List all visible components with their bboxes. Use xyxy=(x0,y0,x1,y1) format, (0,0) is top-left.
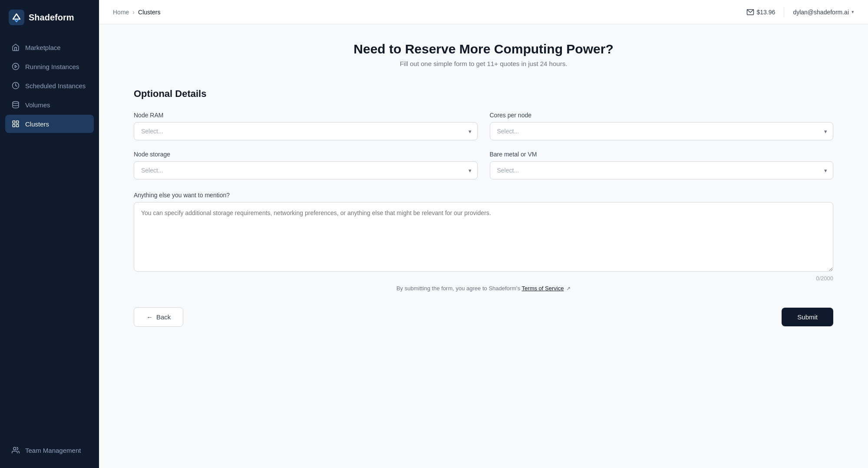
sidebar-bottom: Team Management xyxy=(0,436,99,468)
terms-prefix: By submitting the form, you agree to Sha… xyxy=(396,285,520,292)
form-section: Optional Details Node RAM Select... ▾ Co… xyxy=(134,88,833,327)
svg-marker-2 xyxy=(15,65,17,68)
submit-button[interactable]: Submit xyxy=(782,308,833,326)
svg-point-4 xyxy=(13,102,19,104)
sidebar-item-running-instances[interactable]: Running Instances xyxy=(5,57,94,76)
bare-metal-vm-field: Bare metal or VM Select... ▾ xyxy=(490,151,834,179)
svg-rect-8 xyxy=(17,125,19,127)
form-section-title: Optional Details xyxy=(134,88,833,100)
sidebar-label-marketplace: Marketplace xyxy=(25,44,61,51)
node-ram-label: Node RAM xyxy=(134,112,478,119)
textarea-counter: 0/2000 xyxy=(134,275,833,282)
node-storage-select-wrapper: Select... ▾ xyxy=(134,161,478,179)
additional-notes-textarea[interactable] xyxy=(134,202,833,272)
sidebar-label-running-instances: Running Instances xyxy=(25,63,79,70)
nav-items: Marketplace Running Instances Scheduled … xyxy=(0,35,99,436)
additional-notes-label: Anything else you want to mention? xyxy=(134,192,833,199)
terms-text: By submitting the form, you agree to Sha… xyxy=(134,285,833,292)
additional-notes-wrapper: Anything else you want to mention? 0/200… xyxy=(134,192,833,282)
cores-per-node-field: Cores per node Select... ▾ xyxy=(490,112,834,140)
play-circle-icon xyxy=(11,62,20,71)
chevron-down-icon: ▾ xyxy=(851,9,854,15)
breadcrumb-home[interactable]: Home xyxy=(113,9,129,16)
node-ram-field: Node RAM Select... ▾ xyxy=(134,112,478,140)
form-grid: Node RAM Select... ▾ Cores per node Sele… xyxy=(134,112,833,179)
node-storage-select[interactable]: Select... xyxy=(134,161,478,179)
bare-metal-vm-label: Bare metal or VM xyxy=(490,151,834,158)
main-content: Home › Clusters $13.96 dylan@shadeform.a… xyxy=(99,0,868,468)
node-storage-field: Node storage Select... ▾ xyxy=(134,151,478,179)
sidebar-label-volumes: Volumes xyxy=(25,101,50,109)
breadcrumb-separator: › xyxy=(132,9,135,16)
clock-icon xyxy=(11,81,20,90)
sidebar-item-volumes[interactable]: Volumes xyxy=(5,96,94,114)
submit-button-label: Submit xyxy=(797,313,818,321)
back-button-label: Back xyxy=(156,313,171,321)
user-menu[interactable]: dylan@shadeform.ai ▾ xyxy=(793,9,854,16)
breadcrumb-current: Clusters xyxy=(138,9,160,16)
svg-rect-5 xyxy=(13,121,15,123)
balance-amount: $13.96 xyxy=(757,9,776,16)
sidebar-item-clusters[interactable]: Clusters xyxy=(5,115,94,133)
users-icon xyxy=(11,446,20,455)
sidebar-label-team-management: Team Management xyxy=(25,447,81,454)
sidebar-item-scheduled-instances[interactable]: Scheduled Instances xyxy=(5,76,94,95)
header-right: $13.96 dylan@shadeform.ai ▾ xyxy=(746,7,854,17)
page-title: Need to Reserve More Computing Power? xyxy=(134,42,833,56)
cores-per-node-select[interactable]: Select... xyxy=(490,122,834,140)
back-arrow-icon: ← xyxy=(146,313,153,321)
breadcrumb: Home › Clusters xyxy=(113,9,160,16)
database-icon xyxy=(11,100,20,109)
svg-point-9 xyxy=(13,447,16,450)
sidebar-item-team-management[interactable]: Team Management xyxy=(5,441,94,459)
node-ram-select-wrapper: Select... ▾ xyxy=(134,122,478,140)
bare-metal-vm-select-wrapper: Select... ▾ xyxy=(490,161,834,179)
user-email: dylan@shadeform.ai xyxy=(793,9,849,16)
bare-metal-vm-select[interactable]: Select... xyxy=(490,161,834,179)
svg-rect-0 xyxy=(9,10,24,25)
cores-per-node-select-wrapper: Select... ▾ xyxy=(490,122,834,140)
header-divider xyxy=(784,7,784,17)
sidebar-item-marketplace[interactable]: Marketplace xyxy=(5,38,94,56)
header: Home › Clusters $13.96 dylan@shadeform.a… xyxy=(99,0,868,24)
external-link-icon: ↗ xyxy=(566,285,571,292)
svg-rect-6 xyxy=(17,121,19,123)
balance-display: $13.96 xyxy=(746,8,776,16)
node-ram-select[interactable]: Select... xyxy=(134,122,478,140)
page-header: Need to Reserve More Computing Power? Fi… xyxy=(134,42,833,67)
mail-icon xyxy=(746,8,754,16)
grid-icon xyxy=(11,119,20,128)
sidebar: Shadeform Marketplace Running Instances xyxy=(0,0,99,468)
terms-of-service-link[interactable]: Terms of Service xyxy=(522,285,564,292)
cores-per-node-label: Cores per node xyxy=(490,112,834,119)
node-storage-label: Node storage xyxy=(134,151,478,158)
sidebar-label-scheduled-instances: Scheduled Instances xyxy=(25,82,86,90)
logo-icon xyxy=(9,10,24,25)
logo: Shadeform xyxy=(0,0,99,35)
page-subtitle: Fill out one simple form to get 11+ quot… xyxy=(134,60,833,67)
svg-point-1 xyxy=(13,63,19,70)
app-name: Shadeform xyxy=(29,13,74,23)
sidebar-label-clusters: Clusters xyxy=(25,120,49,128)
svg-rect-7 xyxy=(13,125,15,127)
page-content: Need to Reserve More Computing Power? Fi… xyxy=(99,24,868,468)
store-icon xyxy=(11,43,20,52)
form-actions: ← Back Submit xyxy=(134,307,833,327)
back-button[interactable]: ← Back xyxy=(134,307,183,327)
